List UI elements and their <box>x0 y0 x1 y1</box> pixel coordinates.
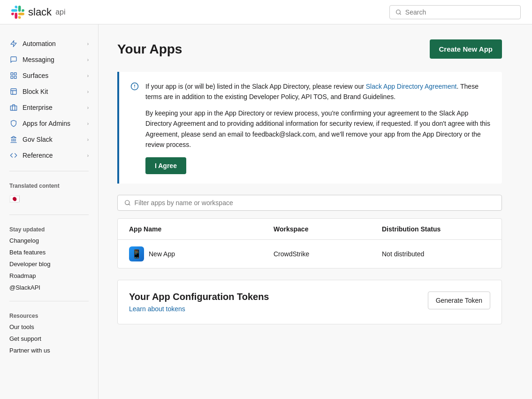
bank-icon <box>9 135 18 144</box>
sidebar-item-gov-slack[interactable]: Gov Slack › <box>0 131 98 147</box>
svg-rect-5 <box>14 76 16 78</box>
sidebar-divider-2 <box>9 215 89 215</box>
sidebar-divider-3 <box>9 301 89 301</box>
main-content: Your Apps Create New App If your app is … <box>99 24 521 399</box>
col-distribution: Distribution Status <box>382 225 490 233</box>
svg-marker-2 <box>11 40 16 46</box>
sidebar-item-enterprise[interactable]: Enterprise › <box>0 100 98 115</box>
generate-token-button[interactable]: Generate Token <box>428 292 490 309</box>
col-workspace: Workspace <box>274 225 382 233</box>
sidebar-item-surfaces-label: Surfaces <box>23 72 48 79</box>
sidebar-item-messaging[interactable]: Messaging › <box>0 52 98 68</box>
sidebar-item-enterprise-label: Enterprise <box>23 104 53 111</box>
logo[interactable]: slack api <box>11 6 65 19</box>
page-title: Your Apps <box>117 42 182 57</box>
translated-content-title: Translated content <box>0 179 98 191</box>
sidebar-item-block-kit[interactable]: Block Kit › <box>0 84 98 100</box>
config-tokens-title: Your App Configuration Tokens <box>129 292 269 302</box>
sidebar-item-automation-label: Automation <box>23 40 56 47</box>
search-bar[interactable] <box>389 5 521 19</box>
svg-rect-6 <box>11 76 13 78</box>
chevron-right-icon: › <box>87 121 89 126</box>
app-name-cell: 📱 New App <box>129 246 274 261</box>
header: slack api <box>0 0 532 24</box>
sidebar-item-reference-label: Reference <box>23 152 53 159</box>
search-input[interactable] <box>405 8 515 16</box>
table-header: App Name Workspace Distribution Status <box>118 219 502 240</box>
chevron-right-icon: › <box>87 57 89 62</box>
app-name: New App <box>149 250 175 258</box>
config-tokens-section: Your App Configuration Tokens Learn abou… <box>117 280 502 324</box>
layout-icon <box>9 87 18 96</box>
our-tools-link[interactable]: Our tools <box>0 321 98 333</box>
sidebar-item-gov-slack-label: Gov Slack <box>23 136 53 143</box>
sidebar-item-apps-for-admins[interactable]: Apps for Admins › <box>0 115 98 131</box>
app-icon: 📱 <box>129 246 144 261</box>
beta-features-link[interactable]: Beta features <box>0 246 98 258</box>
svg-marker-16 <box>11 136 16 138</box>
building-icon <box>9 103 18 112</box>
svg-rect-3 <box>11 73 13 75</box>
apps-table: App Name Workspace Distribution Status 📱… <box>117 218 502 269</box>
config-tokens-info: Your App Configuration Tokens Learn abou… <box>129 292 269 313</box>
alert-text-1: If your app is (or will be) listed in th… <box>145 81 491 102</box>
chevron-right-icon: › <box>87 89 89 94</box>
resources-title: Resources <box>0 309 98 321</box>
roadmap-link[interactable]: Roadmap <box>0 270 98 282</box>
svg-rect-7 <box>11 89 16 94</box>
chat-icon <box>9 55 18 64</box>
info-icon <box>130 82 139 174</box>
col-app-name: App Name <box>129 225 274 233</box>
sidebar-item-reference[interactable]: Reference › <box>0 147 98 163</box>
config-tokens-header: Your App Configuration Tokens Learn abou… <box>129 292 490 313</box>
developer-blog-link[interactable]: Developer blog <box>0 258 98 270</box>
slack-api-link[interactable]: @SlackAPI <box>0 282 98 293</box>
alert-content: If your app is (or will be) listed in th… <box>145 81 491 174</box>
shield-icon <box>9 119 18 128</box>
sidebar-divider <box>9 171 89 171</box>
chevron-right-icon: › <box>87 41 89 46</box>
search-filter-icon <box>124 200 131 206</box>
code-icon <box>9 151 18 160</box>
bolt-icon <box>9 39 18 48</box>
svg-rect-4 <box>14 73 16 75</box>
api-text: api <box>55 8 65 16</box>
filter-input[interactable] <box>135 199 495 207</box>
partner-link[interactable]: Partner with us <box>0 345 98 356</box>
stay-updated-title: Stay updated <box>0 223 98 235</box>
sidebar-item-surfaces[interactable]: Surfaces › <box>0 68 98 84</box>
changelog-link[interactable]: Changelog <box>0 235 98 246</box>
search-icon <box>395 9 402 15</box>
page-header: Your Apps Create New App <box>117 39 502 59</box>
grid-icon <box>9 71 18 80</box>
chevron-right-icon: › <box>87 137 89 142</box>
table-row[interactable]: 📱 New App CrowdStrike Not distributed <box>118 240 502 268</box>
alert-text-2: By keeping your app in the App Directory… <box>145 108 491 150</box>
app-workspace: CrowdStrike <box>274 250 382 258</box>
chevron-right-icon: › <box>87 153 89 158</box>
svg-line-1 <box>400 13 401 14</box>
create-new-app-button[interactable]: Create New App <box>430 39 502 59</box>
sidebar-item-automation[interactable]: Automation › <box>0 36 98 52</box>
chevron-right-icon: › <box>87 73 89 78</box>
alert-box: If your app is (or will be) listed in th… <box>117 72 502 184</box>
logo-text: slack <box>28 6 52 18</box>
sidebar-item-messaging-label: Messaging <box>23 56 54 63</box>
sidebar-item-apps-for-admins-label: Apps for Admins <box>23 120 70 127</box>
get-support-link[interactable]: Get support <box>0 333 98 345</box>
svg-rect-10 <box>10 106 16 110</box>
sidebar: Automation › Messaging › Surfaces › <box>0 24 99 399</box>
alert-text-1-prefix: If your app is (or will be) listed in th… <box>145 83 366 90</box>
app-icon-inner: 📱 <box>131 249 142 259</box>
learn-about-tokens-link[interactable]: Learn about tokens <box>129 305 185 313</box>
sidebar-item-block-kit-label: Block Kit <box>23 88 48 95</box>
svg-line-21 <box>129 204 129 205</box>
translated-flag[interactable]: 🇯🇵 <box>0 191 98 207</box>
chevron-right-icon: › <box>87 105 89 110</box>
slack-logo-icon <box>11 6 24 19</box>
app-directory-agreement-link[interactable]: Slack App Directory Agreement <box>366 83 457 90</box>
i-agree-button[interactable]: I Agree <box>145 157 186 174</box>
filter-bar[interactable] <box>117 195 502 211</box>
app-distribution-status: Not distributed <box>382 250 490 258</box>
